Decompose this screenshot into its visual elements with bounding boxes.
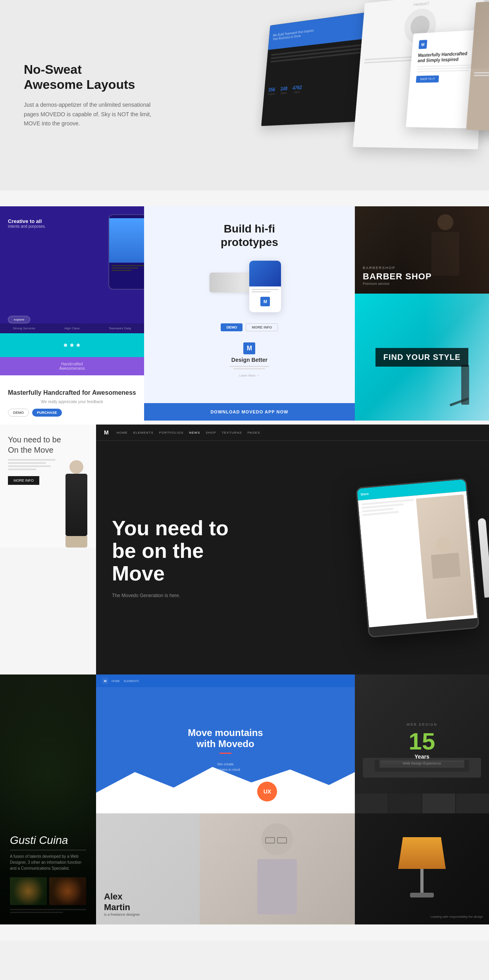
handcrafted-top-label: Handcrafted bbox=[5, 362, 139, 366]
right-col-row3: Web Design 15 Years Web Design Experienc… bbox=[355, 674, 489, 924]
years-item-4 bbox=[456, 794, 489, 813]
nav-items: HOME ELEMENTS PORTFOLIOS NEWS SHOP TEXTU… bbox=[117, 431, 260, 434]
handcrafted-top-sublabel: Awesomeness bbox=[5, 366, 139, 371]
learn-more-link[interactable]: Learn More → bbox=[239, 374, 260, 377]
alex-name: Alex Martin bbox=[104, 892, 140, 913]
move-big-title: You need to be on the Move bbox=[112, 517, 293, 585]
hifi-btn-blue[interactable]: DEMO bbox=[221, 323, 243, 331]
mountains-line bbox=[219, 753, 231, 754]
hero-title: No-Sweat Awesome Layouts bbox=[24, 62, 159, 92]
demo-btn[interactable]: DEMO bbox=[8, 409, 29, 417]
years-sublabel: Web Design Experience bbox=[403, 761, 441, 765]
pen-mockup bbox=[477, 518, 489, 598]
years-content: Web Design 15 Years Web Design Experienc… bbox=[403, 723, 441, 765]
onmove-sub bbox=[8, 459, 56, 470]
alex-person bbox=[200, 813, 355, 924]
gusti-sub: A fusion of talents developed by a Web D… bbox=[10, 853, 86, 871]
years-item-1 bbox=[355, 794, 388, 813]
mountains-content: Move mountains with Movedo We create wit… bbox=[176, 707, 275, 780]
hifi-phone: M bbox=[249, 261, 281, 312]
large-move-content: You need to be on the Move The Movedo Ge… bbox=[96, 441, 489, 674]
nav-home[interactable]: HOME bbox=[117, 431, 128, 434]
row-1: Creative to all intents and purposes. ex… bbox=[0, 206, 489, 425]
m-logo: M bbox=[243, 342, 255, 354]
card-hifi: Build hi-fi prototypes M bbox=[144, 206, 355, 421]
nav-logo: M bbox=[104, 429, 109, 436]
alex-role: is a freelance designer bbox=[104, 913, 140, 917]
large-move-header: M HOME ELEMENTS PORTFOLIOS NEWS SHOP TEX… bbox=[96, 425, 489, 441]
food-thumb-2 bbox=[49, 877, 86, 905]
mountains-nav-item-2[interactable]: ELEMENTS bbox=[124, 680, 139, 682]
onmove-woman bbox=[52, 448, 96, 548]
card-handcrafted-wrapper: Handcrafted Awesomeness Masterfully Hand… bbox=[0, 333, 144, 425]
years-item-3 bbox=[422, 794, 455, 813]
hifi-logo-area: M Design Better Learn More → bbox=[229, 342, 269, 377]
mountains-create-text: We create with Users in mind bbox=[211, 762, 240, 772]
nav-shop[interactable]: SHOP bbox=[206, 431, 216, 434]
card-onmove-small: You need to be On the Move MORE INFO bbox=[0, 425, 96, 548]
creative-subtext: intents and purposes. bbox=[8, 224, 46, 229]
tablet-screen: Store bbox=[357, 479, 478, 636]
move-device-side: Store bbox=[293, 482, 473, 633]
tablet-face bbox=[416, 494, 474, 619]
move-text-side: You need to be on the Move The Movedo Ge… bbox=[112, 517, 293, 599]
nav-texturas[interactable]: TEXTURAS bbox=[222, 431, 242, 434]
mockup-stack: We Build Teamwork that InspiresYour Busi… bbox=[227, 0, 489, 190]
handcrafted-content: Masterfully Handcrafted for Awesomeness … bbox=[0, 375, 144, 425]
card-15years: Web Design 15 Years Web Design Experienc… bbox=[355, 674, 489, 813]
dot-2 bbox=[70, 344, 73, 347]
design-better-label: Design Better bbox=[231, 357, 268, 363]
creative-btn[interactable]: explore bbox=[8, 316, 30, 323]
hero-mockups: We Build Teamwork that InspiresYour Busi… bbox=[148, 0, 489, 190]
barber-sub: Premium service bbox=[363, 282, 481, 286]
dot-3 bbox=[77, 344, 80, 347]
barber-small-label: BARBERSHOP bbox=[363, 266, 481, 270]
card-creative: Creative to all intents and purposes. ex… bbox=[0, 206, 144, 333]
left-col-row2: You need to be On the Move MORE INFO bbox=[0, 425, 96, 674]
handcrafted-sub: We really appreciate your feedback bbox=[8, 400, 136, 404]
center-col-row3: M HOME ELEMENTS Move mountains with Move… bbox=[96, 674, 355, 924]
gusti-bottom-text bbox=[10, 909, 86, 913]
hifi-title: Build hi-fi prototypes bbox=[221, 222, 278, 249]
nav-elements[interactable]: ELEMENTS bbox=[133, 431, 154, 434]
hifi-top: Build hi-fi prototypes M bbox=[198, 206, 301, 403]
onmove-btn[interactable]: MORE INFO bbox=[8, 476, 39, 485]
lamp-shade bbox=[398, 837, 446, 869]
mountains-nav: M HOME ELEMENTS bbox=[96, 674, 355, 687]
style-text: FIND YOUR STYLE bbox=[375, 348, 469, 367]
card-lamp: Leading with responsibility the design bbox=[355, 813, 489, 924]
gusti-content: Gusti Cuina A fusion of talents develope… bbox=[10, 834, 86, 915]
handcrafted-buttons: DEMO PURCHASE bbox=[8, 409, 136, 417]
years-item-2 bbox=[389, 794, 422, 813]
card-alex: Alex Martin is a freelance designer bbox=[96, 813, 355, 924]
hifi-buttons: DEMO MORE INFO bbox=[221, 323, 278, 331]
food-thumb-1 bbox=[10, 877, 47, 905]
hifi-cta[interactable]: DOWNLOAD MOVEDO APP NOW bbox=[144, 403, 355, 421]
gusti-line bbox=[10, 850, 86, 850]
card-mountains: M HOME ELEMENTS Move mountains with Move… bbox=[96, 674, 355, 813]
nav-news[interactable]: NEWS bbox=[189, 431, 200, 434]
hifi-device: M bbox=[210, 261, 289, 316]
years-bottom-items bbox=[355, 794, 489, 813]
mountains-nav-item[interactable]: HOME bbox=[112, 680, 120, 682]
nav-portfolios[interactable]: PORTFOLIOS bbox=[159, 431, 183, 434]
dot-nav bbox=[64, 344, 80, 347]
move-sub-text: The Movedo Generation is here. bbox=[112, 593, 293, 598]
lamp-base bbox=[410, 893, 434, 897]
nav-pages[interactable]: PAGES bbox=[248, 431, 260, 434]
row-3: Gusti Cuina A fusion of talents develope… bbox=[0, 674, 489, 924]
creative-text: Creative to all bbox=[8, 218, 42, 224]
card-large-move: M HOME ELEMENTS PORTFOLIOS NEWS SHOP TEX… bbox=[96, 425, 489, 674]
mountains-title: Move mountains with Movedo bbox=[188, 727, 263, 749]
right-column: BARBERSHOP BARBER SHOP Premium service bbox=[355, 206, 489, 425]
card-style: FIND YOUR STYLE bbox=[355, 294, 489, 421]
handcrafted-purple: Handcrafted Awesomeness bbox=[0, 357, 144, 375]
mountains-nav-items: HOME ELEMENTS bbox=[112, 680, 139, 682]
hero-section: No-Sweat Awesome Layouts Just a demos-ap… bbox=[0, 0, 489, 190]
tablet-body bbox=[358, 491, 477, 627]
hifi-btn-outline[interactable]: MORE INFO bbox=[246, 323, 278, 331]
purchase-btn[interactable]: PURCHASE bbox=[32, 409, 62, 417]
mountains-logo: M bbox=[102, 678, 108, 684]
tablet-wrap: Store bbox=[362, 482, 473, 633]
tablet-mockup: Store bbox=[356, 478, 479, 638]
